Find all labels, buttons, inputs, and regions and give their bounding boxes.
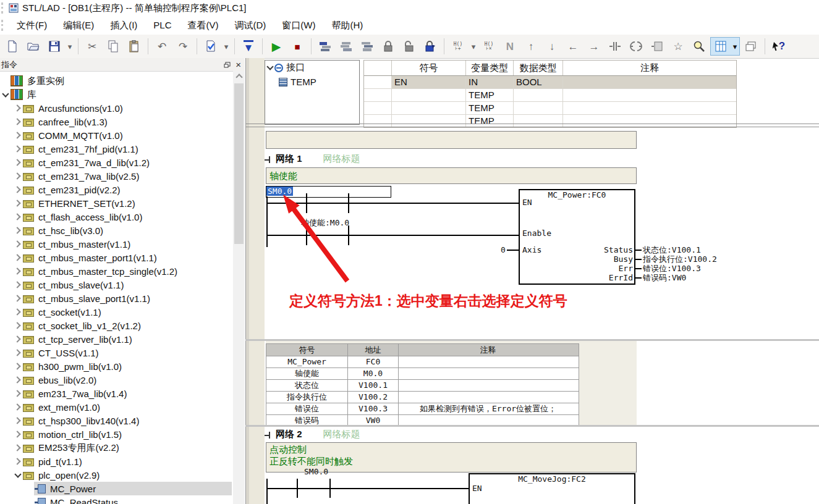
tree-item[interactable]: pid_t(v1.1) (0, 455, 232, 468)
tree-expander-icon[interactable] (12, 391, 23, 396)
network1-title-placeholder[interactable]: 网络标题 (323, 153, 360, 165)
network2-title-placeholder[interactable]: 网络标题 (323, 429, 360, 440)
output-operand[interactable]: 错误码:VW0 (643, 272, 686, 284)
symbol-cell[interactable]: EN (392, 76, 466, 88)
var-type-cell[interactable]: TEMP (466, 115, 514, 127)
comment-cell[interactable] (399, 356, 577, 368)
tree-expander-icon[interactable] (12, 418, 23, 423)
tree-item[interactable]: ct_em231_pid(v2.2) (0, 183, 232, 196)
tree-item[interactable]: plc_open(v2.9) (0, 468, 232, 482)
tree-expander-icon[interactable] (12, 432, 23, 437)
menu-item[interactable]: 帮助(H) (324, 16, 371, 35)
symbol-row[interactable]: 指令执行位 V100.2 (266, 392, 579, 403)
comment-cell[interactable] (399, 392, 577, 403)
program-comment-box[interactable] (266, 131, 637, 149)
tree-expander-icon[interactable] (12, 350, 23, 355)
tree-item[interactable]: ct_socket_lib_v1_2(v1.2) (0, 319, 232, 332)
comment-cell[interactable] (563, 76, 736, 88)
symbol-row[interactable]: 错误位 V100.3 如果检测到有错误，Error位被置位； (266, 403, 579, 415)
tree-expander-icon[interactable] (12, 459, 23, 464)
tree-item[interactable]: ct_em231_7wa_lib(v2.5) (0, 169, 232, 183)
upload-blocks-button[interactable] (315, 38, 335, 55)
tree-item[interactable]: canfree_lib(v1.3) (0, 115, 232, 128)
symbol-cell[interactable]: 错误位 (266, 403, 348, 414)
toggle-negate-button[interactable]: N (500, 38, 520, 55)
variable-row[interactable]: TEMP (364, 102, 736, 115)
tree-expander-icon[interactable] (12, 174, 23, 178)
line-left-button[interactable]: ← (563, 38, 583, 55)
comment-cell[interactable] (563, 102, 736, 114)
address-cell[interactable]: FC0 (348, 356, 399, 368)
tree-item[interactable]: ct_em231_7wa_d_lib(v1.2) (0, 156, 232, 169)
unlock-button[interactable] (399, 38, 419, 55)
line-right-button[interactable]: → (584, 38, 604, 55)
network2-contact-operand[interactable]: SM0.0 (304, 467, 328, 476)
tree-expander-icon[interactable] (12, 106, 23, 111)
variable-row[interactable]: EN IN BOOL (364, 76, 736, 89)
tree-expander-icon[interactable] (12, 309, 23, 314)
tree-expander-icon[interactable] (12, 160, 23, 165)
copy-button[interactable] (103, 38, 123, 55)
tree-expander-icon[interactable] (0, 91, 11, 98)
help-button[interactable]: ? (769, 38, 789, 55)
symbol-cell[interactable] (392, 102, 466, 114)
scrollbar-thumb[interactable] (234, 83, 244, 244)
interface-root-row[interactable]: 接口 (265, 61, 359, 75)
compile-button[interactable] (201, 38, 221, 55)
address-cell[interactable]: V100.3 (348, 403, 399, 414)
float-panel-icon[interactable] (224, 62, 231, 68)
tree-expander-icon[interactable] (12, 214, 23, 219)
sidebar-scrollbar[interactable] (233, 71, 245, 504)
tree-item[interactable]: Arcusfunctions(v1.0) (0, 101, 232, 115)
symbol-row[interactable]: 轴使能 M0.0 (266, 368, 579, 380)
axis-value[interactable]: 0 (501, 245, 506, 254)
symbol-cell[interactable]: 轴使能 (266, 368, 348, 379)
tree-expander-icon[interactable] (12, 119, 23, 124)
cut-button[interactable]: ✂ (82, 38, 102, 55)
menu-item[interactable]: 插入(I) (102, 16, 145, 35)
comment-cell[interactable] (399, 380, 577, 391)
tree-expander-icon[interactable] (12, 323, 23, 328)
symbol-cell[interactable] (392, 115, 466, 127)
tree-item[interactable]: ext_mem(v1.0) (0, 400, 232, 414)
line-up-button[interactable]: ↑ (521, 38, 541, 55)
tree-item[interactable]: ct_mbus_master_port1(v1.1) (0, 251, 232, 264)
insert-box-button[interactable] (647, 38, 667, 55)
symbol-cell[interactable]: 状态位 (266, 380, 348, 391)
comment-cell[interactable] (563, 89, 736, 101)
tree-item[interactable]: MC_ReadStatus (0, 495, 232, 504)
compare-blocks-button[interactable] (357, 38, 377, 55)
tree-item[interactable]: motion_ctrl_lib(v1.5) (0, 427, 232, 441)
tree-item[interactable]: 多重实例 (0, 74, 232, 88)
open-file-button[interactable] (23, 38, 43, 55)
insert-branch-button[interactable]: H() ⊦+ (448, 38, 468, 55)
tree-expander-icon[interactable] (12, 405, 23, 410)
tree-expander-icon[interactable] (12, 228, 23, 233)
network1-comment[interactable]: 轴使能 (266, 167, 637, 184)
insert-branch-dropdown[interactable]: ▾ (469, 38, 478, 55)
tree-item[interactable]: ct_flash_access_lib(v1.0) (0, 210, 232, 224)
network-collapse-icon[interactable] (265, 156, 272, 163)
run-button[interactable]: ▶ (266, 38, 286, 55)
tree-expander-icon[interactable] (12, 146, 23, 151)
data-type-cell[interactable]: BOOL (514, 76, 563, 88)
favorites-button[interactable]: ☆ (668, 38, 688, 55)
tree-item[interactable]: 库 (0, 88, 232, 101)
tree-expander-icon[interactable] (12, 377, 23, 382)
var-type-cell[interactable]: TEMP (466, 89, 514, 101)
symbol-row[interactable]: MC_Power FC0 (266, 356, 579, 368)
tree-item[interactable]: ct_hsp300_libv140(v1.4) (0, 414, 232, 427)
data-type-cell[interactable] (514, 115, 563, 127)
tree-item[interactable]: em231_7wa_lib(v1.4) (0, 387, 232, 400)
data-type-cell[interactable] (514, 102, 563, 114)
contact-bar[interactable] (297, 479, 298, 498)
address-cell[interactable]: V100.2 (348, 392, 399, 403)
view-table-button[interactable] (711, 38, 731, 54)
undo-button[interactable]: ↶ (152, 38, 172, 55)
tree-item[interactable]: ct_tcp_server_lib(v1.1) (0, 332, 232, 346)
tree-item[interactable]: COMM_MQTT(v1.0) (0, 128, 232, 142)
menu-item[interactable]: 窗口(W) (274, 16, 323, 35)
tree-expander-icon[interactable] (12, 472, 23, 479)
tree-item[interactable]: ebus_lib(v2.0) (0, 373, 232, 387)
lock-button[interactable] (378, 38, 398, 55)
